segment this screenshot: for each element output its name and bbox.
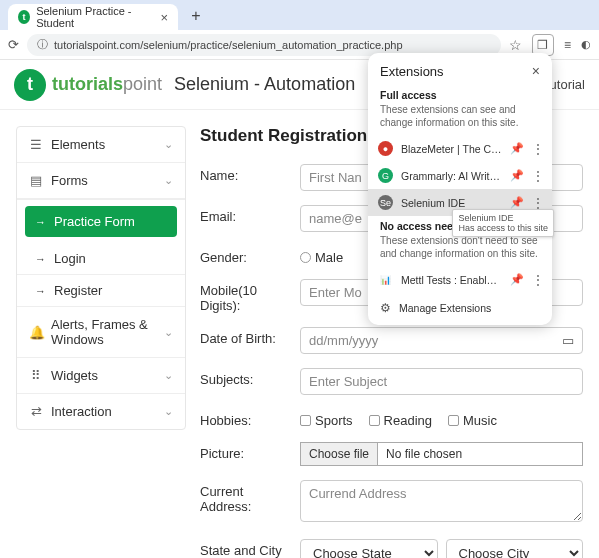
blazemeter-icon: ●	[378, 141, 393, 156]
ext-item-mettl[interactable]: 📊 Mettl Tests : Enable Scre... 📌 ⋮	[368, 266, 552, 293]
ext-item-blazemeter[interactable]: ● BlazeMeter | The Continu... 📌 ⋮	[368, 135, 552, 162]
close-tab-icon[interactable]: ×	[160, 10, 168, 25]
picture-label: Picture:	[200, 442, 292, 461]
subjects-input[interactable]	[300, 368, 583, 395]
arrow-right-icon: →	[35, 285, 46, 297]
widgets-icon: ⠿	[29, 368, 43, 383]
arrow-right-icon: →	[35, 253, 46, 265]
more-icon[interactable]: ⋮	[532, 273, 542, 287]
address-textarea[interactable]	[300, 480, 583, 522]
chevron-down-icon: ⌄	[164, 369, 173, 382]
gender-male-radio[interactable]: Male	[300, 250, 343, 265]
sidebar-item-widgets[interactable]: ⠿ Widgets ⌄	[17, 358, 185, 394]
sidebar-item-interaction[interactable]: ⇄ Interaction ⌄	[17, 394, 185, 429]
chevron-down-icon: ⌄	[164, 174, 173, 187]
full-access-title: Full access	[380, 89, 540, 101]
chevron-down-icon: ⌄	[164, 138, 173, 151]
pin-icon[interactable]: 📌	[510, 273, 524, 286]
pin-icon[interactable]: 📌	[510, 196, 524, 209]
profile-icon[interactable]: ◐	[581, 38, 591, 51]
tooltip: Selenium IDE Has access to this site	[452, 209, 554, 237]
interaction-icon: ⇄	[29, 404, 43, 419]
grammarly-icon: G	[378, 168, 393, 183]
full-access-desc: These extensions can see and change info…	[380, 103, 540, 129]
chevron-down-icon: ⌄	[164, 326, 173, 339]
dob-label: Date of Birth:	[200, 327, 292, 346]
ext-item-selenium[interactable]: Se Selenium IDE 📌 ⋮ Selenium IDE Has acc…	[368, 189, 552, 216]
sidebar-item-elements[interactable]: ☰ Elements ⌄	[17, 127, 185, 163]
no-access-desc: These extensions don't need to see and c…	[380, 234, 540, 260]
nav-tutorial-link[interactable]: utorial	[550, 77, 585, 92]
extensions-title: Extensions	[380, 64, 444, 79]
file-status: No file chosen	[378, 443, 470, 465]
menu-icon: ☰	[29, 137, 43, 152]
mettl-icon: 📊	[378, 272, 393, 287]
close-icon[interactable]: ×	[532, 63, 540, 79]
state-select[interactable]: Choose State	[300, 539, 438, 558]
state-city-label: State and City	[200, 539, 292, 558]
more-icon[interactable]: ⋮	[532, 169, 542, 183]
hobby-music-checkbox[interactable]: Music	[448, 413, 497, 428]
hobby-sports-checkbox[interactable]: Sports	[300, 413, 353, 428]
manage-extensions-link[interactable]: ⚙ Manage Extensions	[368, 293, 552, 317]
extensions-popup: Extensions × Full access These extension…	[368, 53, 552, 325]
gear-icon: ⚙	[380, 301, 391, 315]
subjects-label: Subjects:	[200, 368, 292, 387]
reload-icon[interactable]: ⟳	[8, 37, 19, 52]
bookmark-star-icon[interactable]: ☆	[509, 37, 522, 53]
pin-icon[interactable]: 📌	[510, 169, 524, 182]
browser-tab[interactable]: t Selenium Practice - Student ×	[8, 4, 178, 30]
city-select[interactable]: Choose City	[446, 539, 584, 558]
choose-file-button[interactable]: Choose file	[301, 443, 378, 465]
picture-file-input[interactable]: Choose file No file chosen	[300, 442, 583, 466]
sidebar-item-login[interactable]: → Login	[17, 243, 185, 275]
logo-text: tutorialspoint	[52, 74, 162, 95]
favicon-icon: t	[18, 10, 30, 24]
hobbies-label: Hobbies:	[200, 409, 292, 428]
arrow-right-icon: →	[35, 216, 46, 228]
email-label: Email:	[200, 205, 292, 224]
name-label: Name:	[200, 164, 292, 183]
dob-input[interactable]: dd/mm/yyyy ▭	[300, 327, 583, 354]
chevron-down-icon: ⌄	[164, 405, 173, 418]
site-info-icon[interactable]: ⓘ	[37, 37, 48, 52]
logo-icon: t	[14, 69, 46, 101]
more-icon[interactable]: ⋮	[532, 196, 542, 210]
sidebar-item-forms[interactable]: ▤ Forms ⌄	[17, 163, 185, 199]
gender-label: Gender:	[200, 246, 292, 265]
ext-item-grammarly[interactable]: G Grammarly: AI Writing an... 📌 ⋮	[368, 162, 552, 189]
page-title: Selenium - Automation	[174, 74, 355, 95]
reader-icon[interactable]: ≡	[564, 38, 571, 52]
sidebar: ☰ Elements ⌄ ▤ Forms ⌄ → Practice Form →…	[16, 126, 186, 430]
calendar-icon: ▭	[562, 333, 574, 348]
logo[interactable]: t tutorialspoint	[14, 69, 162, 101]
url-text: tutorialspoint.com/selenium/practice/sel…	[54, 39, 403, 51]
hobby-reading-checkbox[interactable]: Reading	[369, 413, 432, 428]
sidebar-item-practice-form[interactable]: → Practice Form	[25, 206, 177, 237]
more-icon[interactable]: ⋮	[532, 142, 542, 156]
selenium-icon: Se	[378, 195, 393, 210]
radio-icon	[300, 252, 311, 263]
tab-title: Selenium Practice - Student	[36, 5, 154, 29]
address-label: Current Address:	[200, 480, 292, 514]
sidebar-item-alerts[interactable]: 🔔 Alerts, Frames & Windows ⌄	[17, 307, 185, 358]
bell-icon: 🔔	[29, 325, 43, 340]
mobile-label: Mobile(10 Digits):	[200, 279, 292, 313]
pin-icon[interactable]: 📌	[510, 142, 524, 155]
sidebar-item-register[interactable]: → Register	[17, 275, 185, 307]
new-tab-button[interactable]: +	[184, 4, 208, 28]
form-icon: ▤	[29, 173, 43, 188]
